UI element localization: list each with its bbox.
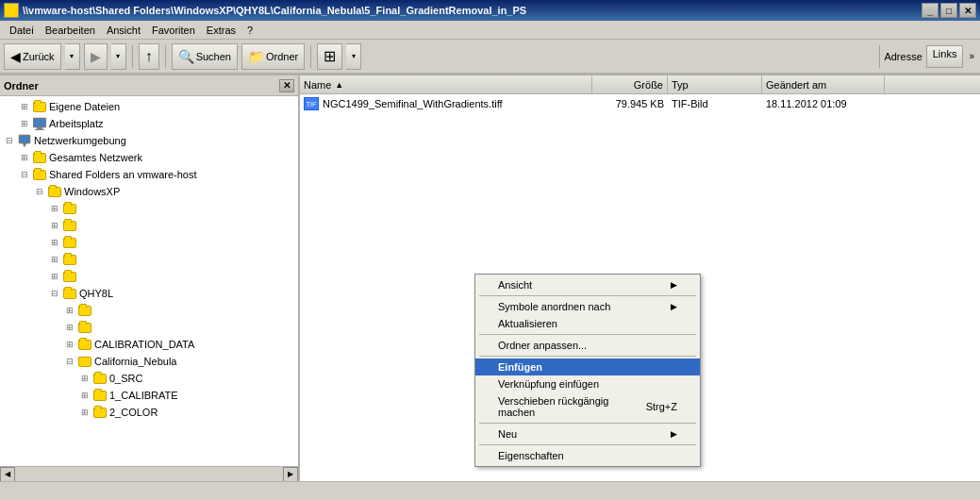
col-header-size[interactable]: Größe bbox=[592, 75, 668, 93]
col-header-date[interactable]: Geändert am bbox=[762, 75, 885, 93]
tree-item-arbeitsplatz[interactable]: ⊞ Arbeitsplatz bbox=[2, 115, 296, 132]
folder-tree[interactable]: ⊞ Eigene Dateien ⊞ Arbeitsplatz ⊟ bbox=[0, 96, 298, 466]
tree-item-anon3[interactable]: ⊞ bbox=[2, 234, 296, 251]
folder-panel-close-button[interactable]: ✕ bbox=[279, 79, 294, 92]
views-button[interactable]: ⊞ bbox=[317, 43, 342, 70]
hscroll-left[interactable]: ◀ bbox=[0, 467, 15, 482]
expand-anon2[interactable]: ⊞ bbox=[47, 218, 62, 233]
file-date-0: 18.11.2012 01:09 bbox=[766, 98, 847, 109]
folder-icon-shared bbox=[32, 167, 47, 182]
ctx-ansicht[interactable]: Ansicht ▶ bbox=[475, 276, 700, 293]
back-button[interactable]: ◀ Zurück bbox=[4, 43, 61, 70]
forward-button[interactable]: ▶ bbox=[84, 43, 108, 70]
expand-arbeitsplatz[interactable]: ⊞ bbox=[17, 116, 32, 131]
menu-help[interactable]: ? bbox=[241, 23, 258, 38]
ctx-verschieben[interactable]: Verschieben rückgängig machen Strg+Z bbox=[475, 392, 700, 421]
ctx-symbole[interactable]: Symbole anordnen nach ▶ bbox=[475, 298, 700, 315]
tree-item-winxp[interactable]: ⊟ WindowsXP bbox=[2, 183, 296, 200]
tree-item-anon1[interactable]: ⊞ bbox=[2, 200, 296, 217]
toolbar-sep-2 bbox=[165, 45, 166, 68]
forward-dropdown[interactable]: ▾ bbox=[111, 43, 126, 70]
expand-calibdata[interactable]: ⊞ bbox=[62, 337, 77, 352]
ctx-symbole-arrow: ▶ bbox=[671, 302, 677, 311]
expand-color[interactable]: ⊞ bbox=[77, 405, 92, 420]
window-icon bbox=[4, 3, 19, 18]
expand-anon3[interactable]: ⊞ bbox=[47, 235, 62, 250]
links-button[interactable]: Links bbox=[926, 45, 964, 68]
ctx-aktualisieren[interactable]: Aktualisieren bbox=[475, 315, 700, 332]
tree-item-qsub2[interactable]: ⊞ bbox=[2, 319, 296, 336]
label-netzwerk: Netzwerkumgebung bbox=[34, 135, 126, 146]
file-cell-date-0: 18.11.2012 01:09 bbox=[762, 98, 885, 109]
ctx-einfuegen[interactable]: Einfügen bbox=[475, 358, 700, 375]
expand-gesamt[interactable]: ⊞ bbox=[17, 150, 32, 165]
ctx-verknuepfung[interactable]: Verknüpfung einfügen bbox=[475, 375, 700, 392]
folder-icon-qsub2 bbox=[77, 320, 92, 335]
minimize-button[interactable]: _ bbox=[922, 3, 938, 18]
tree-item-qsub1[interactable]: ⊞ bbox=[2, 302, 296, 319]
folder-button[interactable]: 📁 Ordner bbox=[241, 43, 305, 70]
menu-ansicht[interactable]: Ansicht bbox=[101, 23, 146, 38]
tree-item-src[interactable]: ⊞ 0_SRC bbox=[2, 370, 296, 387]
folder-hscroll[interactable]: ◀ ▶ bbox=[0, 466, 298, 481]
tree-item-color[interactable]: ⊞ 2_COLOR bbox=[2, 404, 296, 421]
menu-datei[interactable]: Datei bbox=[4, 23, 40, 38]
tree-item-calibrate[interactable]: ⊞ 1_CALIBRATE bbox=[2, 387, 296, 404]
ctx-eigenschaften[interactable]: Eigenschaften bbox=[475, 447, 700, 464]
back-dropdown[interactable]: ▾ bbox=[65, 43, 80, 70]
expand-icon[interactable]: » bbox=[967, 51, 976, 61]
expand-calneb[interactable]: ⊟ bbox=[62, 354, 77, 369]
folder-icon-winxp bbox=[47, 184, 62, 199]
tree-item-anon2[interactable]: ⊞ bbox=[2, 217, 296, 234]
forward-icon: ▶ bbox=[91, 49, 101, 64]
expand-netzwerk[interactable]: ⊟ bbox=[2, 133, 17, 148]
tree-item-shared[interactable]: ⊟ Shared Folders an vmware-host bbox=[2, 166, 296, 183]
menu-extras[interactable]: Extras bbox=[201, 23, 241, 38]
expand-src[interactable]: ⊞ bbox=[77, 371, 92, 386]
folder-icon-calibrate bbox=[92, 388, 108, 403]
close-button[interactable]: ✕ bbox=[959, 3, 976, 18]
menu-bearbeiten[interactable]: Bearbeiten bbox=[40, 23, 101, 38]
tree-item-calibdata[interactable]: ⊞ CALIBRATION_DATA bbox=[2, 336, 296, 353]
hscroll-right[interactable]: ▶ bbox=[283, 467, 298, 482]
expand-anon5[interactable]: ⊞ bbox=[47, 269, 62, 284]
expand-shared[interactable]: ⊟ bbox=[17, 167, 32, 182]
expand-qsub1[interactable]: ⊞ bbox=[62, 303, 77, 318]
col-header-type[interactable]: Typ bbox=[668, 75, 762, 93]
tree-item-netzwerk[interactable]: ⊟ Netzwerkumgebung bbox=[2, 132, 296, 149]
ctx-aktualisieren-label: Aktualisieren bbox=[498, 318, 557, 329]
tree-item-calneb[interactable]: ⊟ California_Nebula bbox=[2, 353, 296, 370]
search-button[interactable]: 🔍 Suchen bbox=[172, 43, 238, 70]
ctx-neu[interactable]: Neu ▶ bbox=[475, 425, 700, 442]
label-src: 0_SRC bbox=[109, 373, 142, 384]
tree-item-gesamt[interactable]: ⊞ Gesamtes Netzwerk bbox=[2, 149, 296, 166]
ctx-ordner[interactable]: Ordner anpassen... bbox=[475, 337, 700, 354]
up-button[interactable]: ↑ bbox=[139, 43, 159, 70]
hscroll-track[interactable] bbox=[15, 467, 283, 482]
tree-item-qhy8l[interactable]: ⊟ QHY8L bbox=[2, 285, 296, 302]
expand-calibrate[interactable]: ⊞ bbox=[77, 388, 92, 403]
toolbar-sep-1 bbox=[132, 45, 133, 68]
svg-rect-2 bbox=[37, 127, 42, 129]
tree-item-anon4[interactable]: ⊞ bbox=[2, 251, 296, 268]
views-dropdown[interactable]: ▾ bbox=[346, 43, 361, 70]
network-icon-netzwerk bbox=[17, 133, 32, 148]
tree-item-anon5[interactable]: ⊞ bbox=[2, 268, 296, 285]
folder-panel: Ordner ✕ ⊞ Eigene Dateien ⊞ bbox=[0, 74, 300, 481]
col-header-name[interactable]: Name ▲ bbox=[300, 75, 592, 93]
ctx-symbole-label: Symbole anordnen nach bbox=[498, 301, 610, 312]
ctx-verschieben-label: Verschieben rückgängig machen bbox=[498, 395, 646, 418]
expand-winxp[interactable]: ⊟ bbox=[32, 184, 47, 199]
tree-item-eigene[interactable]: ⊞ Eigene Dateien bbox=[2, 98, 296, 115]
expand-anon1[interactable]: ⊞ bbox=[47, 201, 62, 216]
file-row-0[interactable]: TIF NGC1499_Semifinal_WithGradients.tiff… bbox=[300, 94, 980, 113]
expand-eigene[interactable]: ⊞ bbox=[17, 99, 32, 114]
expand-anon4[interactable]: ⊞ bbox=[47, 252, 62, 267]
expand-qsub2[interactable]: ⊞ bbox=[62, 320, 77, 335]
ctx-neu-arrow: ▶ bbox=[671, 429, 677, 439]
menu-favoriten[interactable]: Favoriten bbox=[146, 23, 201, 38]
expand-qhy8l[interactable]: ⊟ bbox=[47, 286, 62, 301]
main-area: Ordner ✕ ⊞ Eigene Dateien ⊞ bbox=[0, 74, 980, 481]
file-cell-type-0: TIF-Bild bbox=[668, 98, 762, 109]
maximize-button[interactable]: □ bbox=[940, 3, 957, 18]
